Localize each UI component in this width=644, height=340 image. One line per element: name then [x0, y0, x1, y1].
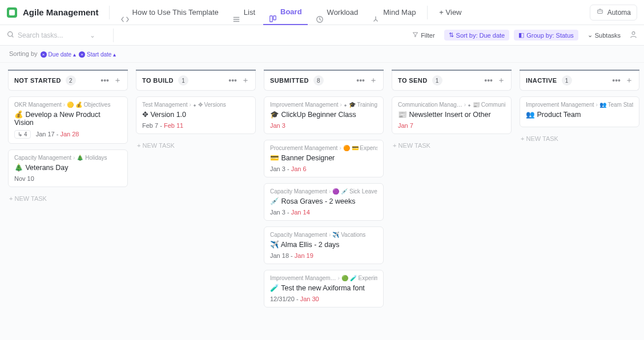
- list-icon: [232, 9, 240, 17]
- view-tab-mindmap[interactable]: Mind Map: [366, 0, 421, 25]
- crumb-parent: Capacity Management: [270, 232, 327, 238]
- new-task-button[interactable]: + NEW TASK: [136, 140, 256, 151]
- new-task-button[interactable]: + NEW TASK: [392, 140, 512, 151]
- date-sep: -: [160, 122, 164, 129]
- remove-sort-icon[interactable]: ×: [79, 51, 85, 58]
- chevron-right-icon: ›: [190, 102, 191, 108]
- card-breadcrumb: Communication Manag…› ⬥ 📰 Communica…: [398, 102, 505, 108]
- date-sep: -: [296, 296, 300, 302]
- task-card[interactable]: Test Management › ⬥ ✥ Versions ✥ Version…: [136, 96, 256, 134]
- task-card[interactable]: Capacity Management› ✈️ Vacations ✈️ Alm…: [264, 226, 384, 264]
- task-card[interactable]: Improvement Management› 👥 Team Status 👥 …: [520, 96, 639, 127]
- column-count: 1: [432, 75, 442, 86]
- svg-rect-1: [273, 15, 276, 19]
- crumb-child: ⬥ ✥ Versions: [193, 102, 226, 108]
- view-tab-board[interactable]: Board: [263, 0, 308, 25]
- add-view-label: + View: [439, 0, 461, 25]
- card-dates: ↳ 4 Jan 17 - Jan 28: [14, 130, 122, 139]
- chevron-right-icon: ›: [338, 275, 340, 281]
- card-title: 🎄 Veterans Day: [14, 163, 122, 172]
- due-date: Feb 11: [164, 122, 183, 129]
- embed-icon: [121, 9, 129, 17]
- card-title: 💳 Banner Designer: [270, 153, 377, 162]
- column-add-icon[interactable]: ＋: [242, 75, 249, 86]
- crumb-child: ⬥ 📰 Communica…: [468, 102, 505, 108]
- crumb-child: 👥 Team Status: [599, 102, 633, 108]
- subtasks-icon: ⌄: [587, 31, 593, 39]
- group-button[interactable]: ◧ Group by: Status: [514, 30, 578, 41]
- crumb-parent: Improvement Managem…: [270, 275, 336, 281]
- start-date: Jan 18: [270, 252, 289, 259]
- column-header[interactable]: NOT STARTED 2 ••• ＋: [8, 71, 128, 91]
- automations-button[interactable]: Automa: [590, 5, 637, 21]
- start-date: 12/31/20: [270, 296, 295, 302]
- filter-button[interactable]: Filter: [408, 30, 439, 41]
- view-tab-workload[interactable]: Workload: [310, 0, 364, 25]
- start-date: Feb 7: [142, 122, 158, 129]
- due-date: Jan 19: [295, 252, 313, 259]
- column-menu-icon[interactable]: •••: [100, 76, 109, 85]
- sort-label: Sort by: Due date: [456, 32, 505, 39]
- card-breadcrumb: Test Management › ⬥ ✥ Versions: [142, 102, 249, 108]
- new-task-button[interactable]: + NEW TASK: [520, 133, 639, 144]
- column-menu-icon[interactable]: •••: [484, 76, 493, 85]
- sort-pill-due-date[interactable]: × Due date ▴: [41, 51, 76, 58]
- card-title: 📰 Newsletter Insert or Other: [398, 110, 505, 119]
- view-tab-list[interactable]: List: [227, 0, 261, 25]
- column-add-icon[interactable]: ＋: [625, 75, 633, 86]
- chevron-right-icon: ›: [596, 102, 598, 108]
- sort-pill-start-date[interactable]: × Start date ▴: [79, 51, 116, 58]
- crumb-child: 🟣 💉 Sick Leave: [332, 188, 377, 195]
- search-input[interactable]: [18, 31, 86, 39]
- task-card[interactable]: OKR Management › 🟡 💰 Objectives 💰 Develo…: [8, 96, 128, 144]
- task-card[interactable]: Capacity Management› 🟣 💉 Sick Leave 💉 Ro…: [264, 183, 384, 221]
- task-card[interactable]: Communication Manag…› ⬥ 📰 Communica… 📰 N…: [392, 96, 512, 134]
- card-breadcrumb: Capacity Management› 🟣 💉 Sick Leave: [270, 188, 377, 195]
- card-breadcrumb: Improvement Management› 👥 Team Status: [526, 102, 633, 108]
- card-dates: Nov 10: [14, 175, 122, 182]
- column-header[interactable]: SUBMITTED 8 ••• ＋: [264, 71, 384, 91]
- column-header[interactable]: TO BUILD 1 ••• ＋: [136, 71, 256, 91]
- board-icon: [269, 8, 277, 16]
- task-card[interactable]: Improvement Managem…› 🟢 🧪 Experime… 🧪 Te…: [264, 270, 384, 307]
- sort-button[interactable]: ⇅ Sort by: Due date: [444, 30, 510, 41]
- chevron-down-icon[interactable]: ⌄: [90, 31, 95, 39]
- task-card[interactable]: Improvement Management› ⬥ 🎓 Trainings 🎓 …: [264, 96, 384, 134]
- subtasks-button[interactable]: ⌄ Subtasks: [583, 30, 625, 41]
- app-icon: [7, 7, 17, 18]
- chevron-right-icon: ›: [464, 102, 466, 108]
- column-menu-icon[interactable]: •••: [228, 76, 237, 85]
- chevron-right-icon: ›: [329, 232, 331, 238]
- chevron-right-icon: ›: [339, 145, 341, 151]
- task-card[interactable]: Procurement Management› 🟠 💳 Expenses 💳 B…: [264, 140, 384, 177]
- card-breadcrumb: Procurement Management› 🟠 💳 Expenses: [270, 145, 377, 151]
- search-field[interactable]: ⌄: [7, 31, 104, 40]
- subtask-count[interactable]: ↳ 4: [14, 130, 31, 139]
- add-view-button[interactable]: + View: [433, 0, 467, 25]
- card-title: 💰 Develop a New Product Vision: [14, 110, 122, 127]
- crumb-parent: Communication Manag…: [398, 102, 462, 108]
- task-card[interactable]: Capacity Management › 🎄 Holidays 🎄 Veter…: [8, 149, 128, 187]
- column-add-icon[interactable]: ＋: [497, 75, 505, 86]
- column-header[interactable]: TO SEND 1 ••• ＋: [392, 71, 512, 91]
- divider: [113, 29, 114, 42]
- chevron-right-icon: ›: [73, 155, 75, 161]
- svg-point-4: [598, 11, 599, 12]
- person-icon[interactable]: [630, 31, 637, 40]
- view-tab-howto[interactable]: How to Use This Template: [115, 0, 224, 25]
- column-header[interactable]: INACTIVE 1 ••• ＋: [520, 71, 639, 91]
- column-add-icon[interactable]: ＋: [114, 75, 122, 86]
- subtask-icon: ↳: [18, 131, 22, 137]
- crumb-parent: Capacity Management: [14, 155, 71, 161]
- svg-point-7: [632, 31, 635, 34]
- remove-sort-icon[interactable]: ×: [41, 51, 47, 58]
- card-dates: Jan 3: [270, 122, 377, 129]
- column-menu-icon[interactable]: •••: [356, 76, 365, 85]
- crumb-child: 🟠 💳 Expenses: [343, 145, 377, 151]
- column-menu-icon[interactable]: •••: [612, 76, 621, 85]
- start-date: Jan 3: [270, 209, 285, 216]
- date-sep: -: [287, 209, 291, 216]
- new-task-button[interactable]: + NEW TASK: [8, 193, 128, 204]
- due-date: Jan 30: [300, 296, 319, 302]
- column-add-icon[interactable]: ＋: [369, 75, 377, 86]
